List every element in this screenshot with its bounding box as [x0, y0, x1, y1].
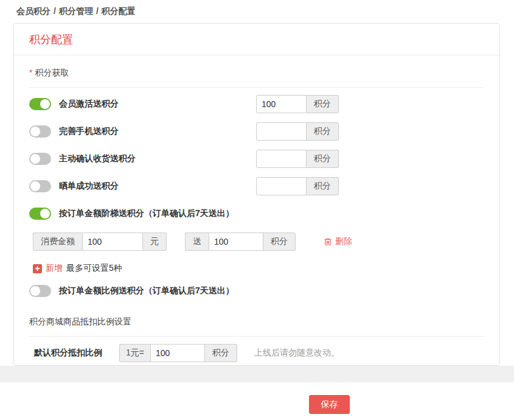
save-button[interactable]: 保存: [309, 395, 350, 414]
tier-amount-group: 消费金额 元: [33, 233, 167, 251]
page-title: 积分配置: [14, 24, 499, 55]
deduction-ratio-row: 默认积分抵扣比例 1元= 积分 上线后请勿随意改动。: [34, 344, 484, 362]
delete-label: 删除: [335, 236, 352, 247]
row-ratio-points: 按订单金额比例送积分（订单确认后7天送出）: [29, 277, 484, 304]
breadcrumb-separator: /: [54, 6, 56, 16]
trash-icon: [324, 237, 332, 246]
row-review-success: 晒单成功送积分 积分: [29, 172, 484, 200]
tier-amount-unit: 元: [143, 233, 167, 251]
delete-tier-button[interactable]: 删除: [324, 236, 352, 247]
points-input-review-success[interactable]: [256, 177, 307, 195]
unit-addon: 积分: [307, 95, 339, 113]
add-tier-button[interactable]: 新增: [46, 263, 63, 274]
tier-amount-prefix: 消费金额: [33, 233, 82, 251]
section-deduction-header: 积分商城商品抵扣比例设置: [29, 317, 484, 327]
footer-divider-strip: [0, 366, 514, 382]
toggle-ratio-points[interactable]: [29, 285, 51, 297]
toggle-complete-phone[interactable]: [29, 125, 51, 138]
unit-addon: 积分: [307, 150, 339, 168]
unit-addon: 积分: [307, 177, 339, 195]
breadcrumb-item-points-config: 积分配置: [102, 6, 136, 16]
toggle-member-activation[interactable]: [29, 98, 51, 110]
tier-points-input[interactable]: [209, 233, 263, 251]
toggle-label-member-activation: 会员激活送积分: [59, 99, 119, 110]
row-tiered-points: 按订单金额阶梯送积分（订单确认后7天送出）: [29, 200, 484, 227]
divider: [29, 87, 484, 88]
breadcrumb-item-points-management[interactable]: 积分管理: [59, 6, 93, 16]
toggle-tiered-points[interactable]: [29, 208, 51, 220]
points-input-confirm-receipt[interactable]: [256, 150, 307, 168]
row-member-activation: 会员激活送积分 积分: [29, 90, 484, 117]
points-config-card: 积分配置 *积分获取 会员激活送积分 积分 完善手机送积分: [13, 23, 500, 366]
breadcrumb-separator: /: [96, 6, 99, 16]
section-acquire-label: 积分获取: [35, 68, 69, 77]
toggle-confirm-receipt[interactable]: [29, 153, 51, 165]
row-confirm-receipt: 主动确认收货送积分 积分: [29, 145, 484, 172]
unit-addon: 积分: [307, 122, 339, 141]
toggle-label-review-success: 晒单成功送积分: [59, 181, 119, 192]
toggle-label-confirm-receipt: 主动确认收货送积分: [59, 153, 136, 164]
divider: [29, 336, 484, 337]
required-asterisk: *: [29, 68, 32, 77]
section-acquire-header: *积分获取: [29, 68, 484, 79]
add-tier-row: + 新增 最多可设置5种: [33, 263, 484, 274]
tier-amount-input[interactable]: [82, 233, 143, 251]
breadcrumb-item-member-points[interactable]: 会员积分: [16, 6, 50, 16]
input-group-review-success: 积分: [256, 177, 339, 195]
toggle-label-complete-phone: 完善手机送积分: [59, 126, 119, 137]
toggle-review-success[interactable]: [29, 180, 51, 192]
row-complete-phone: 完善手机送积分 积分: [29, 117, 484, 145]
toggle-label-tiered-points: 按订单金额阶梯送积分（订单确认后7天送出）: [59, 208, 234, 219]
input-group-member-activation: 积分: [256, 95, 339, 113]
plus-icon[interactable]: +: [33, 264, 42, 273]
deduction-prefix: 1元=: [119, 344, 150, 362]
add-tier-hint: 最多可设置5种: [66, 263, 122, 274]
deduction-warning-note: 上线后请勿随意改动。: [254, 348, 339, 359]
points-input-member-activation[interactable]: [256, 95, 307, 113]
tier-points-unit: 积分: [263, 233, 296, 251]
toggle-label-ratio-points: 按订单金额比例送积分（订单确认后7天送出）: [59, 285, 234, 296]
breadcrumb: 会员积分/积分管理/积分配置: [16, 6, 136, 17]
deduction-ratio-label: 默认积分抵扣比例: [34, 348, 102, 359]
deduction-unit: 积分: [205, 344, 237, 362]
tier-config-row: 消费金额 元 送 积分 删除: [33, 233, 484, 251]
input-group-confirm-receipt: 积分: [256, 150, 339, 168]
tier-send-prefix: 送: [185, 233, 209, 251]
deduction-ratio-input[interactable]: [150, 344, 205, 362]
points-input-complete-phone[interactable]: [256, 122, 307, 141]
deduction-ratio-group: 1元= 积分: [119, 344, 237, 362]
input-group-complete-phone: 积分: [256, 122, 339, 141]
tier-points-group: 送 积分: [185, 233, 296, 251]
